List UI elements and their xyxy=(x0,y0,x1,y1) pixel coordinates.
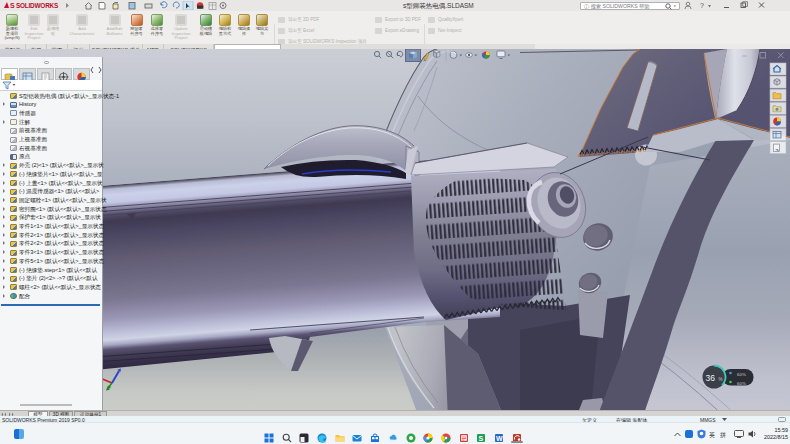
svg-text:S: S xyxy=(10,2,15,9)
svg-text:60%: 60% xyxy=(737,381,746,386)
svg-text:?: ? xyxy=(700,2,704,9)
svg-text:S: S xyxy=(479,435,484,442)
svg-text:36: 36 xyxy=(706,373,716,383)
svg-text:SOLIDWORKS: SOLIDWORKS xyxy=(16,2,59,9)
svg-text:%: % xyxy=(719,377,723,382)
svg-text:60%: 60% xyxy=(737,372,746,377)
svg-text:W: W xyxy=(496,435,503,442)
